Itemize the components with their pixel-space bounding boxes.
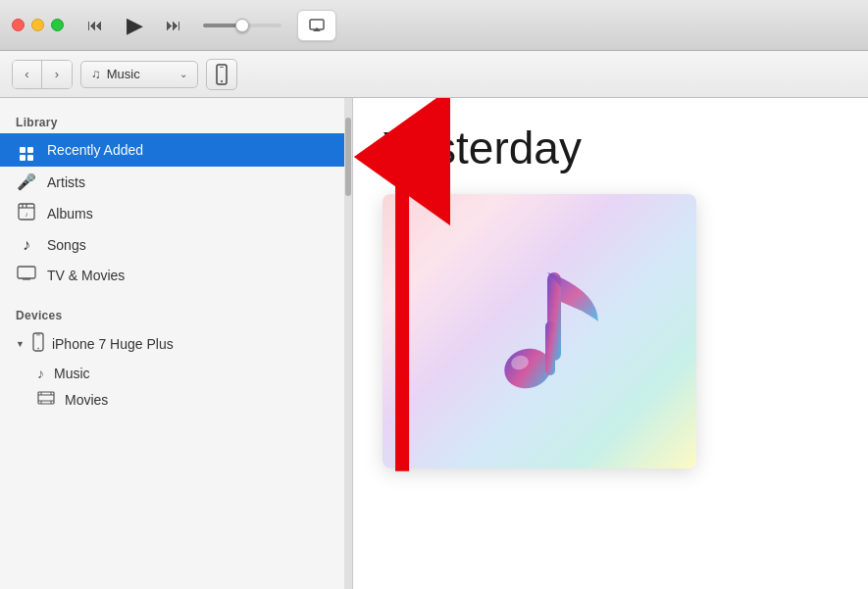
slider-thumb[interactable] bbox=[235, 19, 249, 32]
devices-section: Devices ▼ iPhone 7 Huge Plus ♪ bbox=[0, 303, 352, 413]
film-icon bbox=[37, 391, 55, 408]
device-movies-item[interactable]: Movies bbox=[0, 386, 352, 413]
svg-rect-15 bbox=[38, 392, 54, 404]
back-button[interactable]: ‹ bbox=[13, 61, 42, 88]
tv-icon bbox=[16, 266, 37, 285]
library-dropdown[interactable]: ♫ Music ⌄ bbox=[80, 61, 198, 88]
minimize-button[interactable] bbox=[31, 19, 44, 31]
itunes-logo-icon bbox=[471, 253, 608, 410]
sidebar-item-recently-added[interactable]: Recently Added bbox=[0, 133, 352, 167]
albums-label: Albums bbox=[47, 206, 93, 221]
device-movies-label: Movies bbox=[65, 392, 108, 408]
svg-text:♪: ♪ bbox=[25, 211, 28, 218]
album-art bbox=[383, 194, 696, 468]
music-note-sub-icon: ♪ bbox=[37, 366, 44, 381]
device-music-label: Music bbox=[54, 366, 90, 381]
rewind-button[interactable]: ⏮ bbox=[81, 12, 109, 39]
nav-arrows: ‹ › bbox=[12, 60, 73, 89]
devices-section-header: Devices bbox=[0, 303, 352, 326]
scrollbar-thumb[interactable] bbox=[345, 118, 351, 196]
note-icon: ♪ bbox=[16, 236, 37, 254]
svg-rect-14 bbox=[36, 335, 40, 336]
device-music-item[interactable]: ♪ Music bbox=[0, 361, 352, 386]
sidebar-inner: Library Recently Added 🎤 Artists bbox=[0, 98, 352, 589]
playback-controls: ⏮ ▶ ⏭ bbox=[81, 8, 187, 43]
traffic-lights bbox=[12, 19, 64, 31]
svg-rect-9 bbox=[18, 267, 35, 278]
right-panel: Yesterday bbox=[353, 98, 868, 589]
title-bar: ⏮ ▶ ⏭ bbox=[0, 0, 868, 51]
device-name-label: iPhone 7 Huge Plus bbox=[52, 336, 174, 352]
play-button[interactable]: ▶ bbox=[117, 8, 152, 43]
device-icon-button[interactable] bbox=[206, 59, 237, 90]
close-button[interactable] bbox=[12, 19, 25, 31]
songs-label: Songs bbox=[47, 237, 86, 253]
sidebar-item-songs[interactable]: ♪ Songs bbox=[0, 230, 352, 260]
scrollbar-track[interactable] bbox=[344, 98, 352, 589]
library-music-note-icon: ♫ bbox=[91, 67, 101, 81]
right-panel-content: Yesterday bbox=[353, 98, 868, 492]
svg-point-2 bbox=[221, 80, 223, 82]
slider-track bbox=[203, 24, 281, 27]
library-section-header: Library bbox=[0, 110, 352, 133]
recently-added-label: Recently Added bbox=[47, 142, 143, 158]
fastforward-button[interactable]: ⏭ bbox=[160, 12, 187, 39]
maximize-button[interactable] bbox=[51, 19, 64, 31]
forward-button[interactable]: › bbox=[42, 61, 72, 88]
library-dropdown-label: Music bbox=[107, 67, 140, 81]
microphone-icon: 🎤 bbox=[16, 172, 37, 191]
sidebar-item-tv-movies[interactable]: TV & Movies bbox=[0, 260, 352, 291]
grid-icon bbox=[16, 139, 37, 161]
svg-point-13 bbox=[37, 348, 39, 350]
nav-bar: ‹ › ♫ Music ⌄ bbox=[0, 51, 868, 98]
main-content: Library Recently Added 🎤 Artists bbox=[0, 98, 868, 589]
sidebar: Library Recently Added 🎤 Artists bbox=[0, 98, 353, 589]
chevron-down-icon: ⌄ bbox=[179, 69, 187, 79]
section-title: Yesterday bbox=[383, 122, 839, 174]
device-iphone[interactable]: ▼ iPhone 7 Huge Plus bbox=[0, 326, 352, 361]
svg-rect-24 bbox=[545, 321, 555, 375]
phone-icon bbox=[32, 332, 44, 355]
expand-triangle-icon: ▼ bbox=[16, 339, 25, 349]
volume-slider[interactable] bbox=[203, 24, 281, 27]
svg-rect-3 bbox=[220, 67, 224, 68]
sidebar-item-artists[interactable]: 🎤 Artists bbox=[0, 167, 352, 197]
album-icon: ♪ bbox=[16, 203, 37, 224]
tv-movies-label: TV & Movies bbox=[47, 268, 125, 283]
artists-label: Artists bbox=[47, 174, 85, 190]
airplay-button[interactable] bbox=[297, 10, 336, 41]
sidebar-item-albums[interactable]: ♪ Albums bbox=[0, 197, 352, 230]
